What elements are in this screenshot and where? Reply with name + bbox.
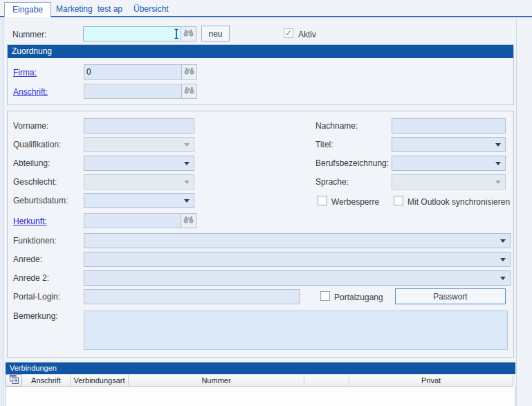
left-panel-edge	[0, 18, 3, 406]
tab-uebersicht[interactable]: Übersicht	[126, 2, 176, 16]
contact-entry-window: Eingabe Marketing test ap Übersicht Numm…	[0, 0, 532, 406]
grid-customize-icon	[10, 375, 19, 386]
sprache-select	[392, 174, 506, 190]
verbindungen-section-bar: Verbindungen	[6, 362, 515, 374]
geschlecht-label: Geschlecht:	[13, 175, 57, 190]
herkunft-link[interactable]: Herkunft:	[13, 214, 47, 229]
person-details-panel: Vorname: Nachname: Qualifikation: Titel:…	[7, 111, 514, 358]
column-header-anschrift[interactable]: Anschrift	[22, 374, 71, 387]
zuordnung-section-bar: Zuordnung	[8, 45, 513, 58]
binoculars-icon	[184, 86, 194, 96]
portal-login-input[interactable]	[84, 289, 300, 304]
firma-input[interactable]	[84, 64, 182, 80]
dropdown-arrow-icon	[500, 277, 506, 280]
right-panel-edge	[516, 19, 517, 406]
portalzugang-label: Portalzugang	[334, 290, 383, 305]
sprache-label: Sprache:	[315, 175, 349, 190]
dropdown-arrow-icon	[500, 258, 506, 261]
tabstrip-underline	[0, 16, 532, 17]
column-header-nummer[interactable]: Nummer	[129, 374, 304, 387]
portal-login-label: Portal-Login:	[13, 290, 60, 304]
abteilung-select[interactable]	[84, 156, 194, 171]
titel-label: Titel:	[315, 138, 333, 152]
geburtsdatum-select[interactable]	[84, 193, 194, 208]
nummer-lookup-button[interactable]	[181, 26, 196, 41]
verbindungen-grid-body[interactable]	[6, 387, 515, 406]
funktionen-select[interactable]	[84, 233, 511, 248]
funktionen-label: Funktionen:	[13, 234, 57, 248]
dropdown-arrow-icon	[184, 162, 190, 165]
herkunft-lookup-button[interactable]	[181, 213, 196, 228]
herkunft-input[interactable]	[84, 213, 181, 228]
bemerkung-label: Bemerkung:	[13, 309, 58, 324]
dropdown-arrow-icon	[495, 162, 501, 165]
werbesperre-checkbox[interactable]	[318, 196, 327, 205]
vorname-input[interactable]	[84, 118, 194, 133]
dropdown-arrow-icon	[495, 143, 501, 147]
anrede-select[interactable]	[84, 252, 511, 267]
zuordnung-panel: Zuordnung Firma: Anschrift:	[7, 44, 514, 105]
column-header-empty[interactable]	[304, 374, 349, 387]
anschrift-link[interactable]: Anschrift:	[13, 85, 48, 100]
nummer-input[interactable]	[83, 26, 181, 41]
nachname-input[interactable]	[392, 118, 506, 133]
dropdown-arrow-icon	[495, 181, 501, 184]
geschlecht-select	[84, 174, 194, 190]
aktiv-label: Aktiv	[298, 28, 316, 42]
aktiv-checkbox[interactable]	[284, 28, 293, 38]
berufsbezeichnung-label: Berufsbezeichnung:	[315, 156, 389, 171]
bemerkung-textarea[interactable]	[84, 311, 508, 350]
titel-select[interactable]	[392, 137, 506, 152]
berufsbezeichnung-select[interactable]	[392, 156, 506, 171]
neu-button[interactable]: neu	[201, 26, 230, 41]
dropdown-arrow-icon	[184, 143, 190, 147]
anrede-label: Anrede:	[13, 252, 42, 267]
dropdown-arrow-icon	[184, 199, 190, 203]
anrede2-select[interactable]	[84, 270, 511, 286]
column-header-privat[interactable]: Privat	[349, 374, 513, 387]
binoculars-icon	[183, 29, 194, 39]
anrede2-label: Anrede 2:	[13, 271, 49, 286]
portalzugang-checkbox[interactable]	[320, 291, 330, 301]
qualifikation-select	[84, 137, 194, 152]
verbindungen-panel: Verbindungen Anschrift Verbindungsart Nu…	[6, 362, 515, 406]
geburtsdatum-label: Geburtsdatum:	[13, 194, 68, 208]
outlook-sync-label: Mit Outlook synchronisieren	[407, 195, 510, 210]
tab-test-ap[interactable]: test ap	[90, 2, 130, 16]
anschrift-lookup-button[interactable]	[181, 84, 197, 99]
werbesperre-label: Werbesperre	[331, 195, 379, 210]
anschrift-input[interactable]	[84, 84, 182, 99]
firma-lookup-button[interactable]	[181, 64, 197, 80]
binoculars-icon	[184, 67, 194, 77]
nachname-label: Nachname:	[315, 119, 358, 133]
grid-customize-button[interactable]	[6, 374, 22, 387]
nummer-label: Nummer:	[12, 28, 46, 42]
qualifikation-label: Qualifikation:	[13, 138, 61, 152]
tab-eingabe[interactable]: Eingabe	[4, 2, 51, 17]
passwort-button[interactable]: Passwort	[395, 288, 506, 304]
abteilung-label: Abteilung:	[13, 156, 50, 171]
binoculars-icon	[183, 216, 194, 225]
outlook-sync-checkbox[interactable]	[394, 196, 403, 205]
dropdown-arrow-icon	[184, 181, 190, 184]
dropdown-arrow-icon	[500, 239, 506, 243]
column-header-verbindungsart[interactable]: Verbindungsart	[71, 374, 129, 387]
firma-link[interactable]: Firma:	[13, 66, 37, 80]
text-cursor-icon	[174, 28, 179, 41]
vorname-label: Vorname:	[13, 119, 48, 133]
